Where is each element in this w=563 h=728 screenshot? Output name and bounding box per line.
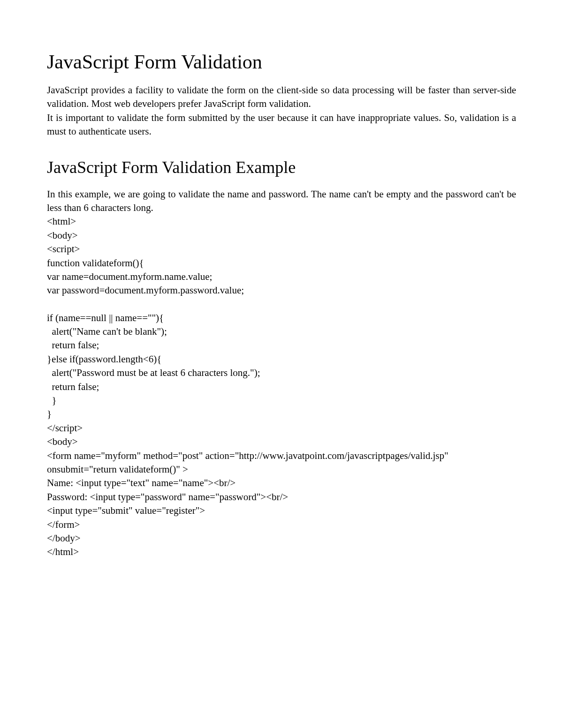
code-line: if (name==null || name==""){ <box>47 311 516 325</box>
code-line: Name: <input type="text" name="name"><br… <box>47 476 516 490</box>
code-line: function validateform(){ <box>47 256 516 270</box>
code-line: <form name="myform" method="post" action… <box>47 449 516 477</box>
code-line: <input type="submit" value="register"> <box>47 504 516 518</box>
code-line: </form> <box>47 518 516 532</box>
intro-paragraph-1: JavaScript provides a facility to valida… <box>47 83 516 111</box>
code-line: <body> <box>47 229 516 242</box>
code-line: }else if(password.length<6){ <box>47 353 516 366</box>
code-line: } <box>47 394 516 407</box>
code-line: </script> <box>47 421 516 435</box>
code-line: alert("Password must be at least 6 chara… <box>47 366 516 380</box>
page-heading-1: JavaScript Form Validation <box>47 51 516 73</box>
code-line: <script> <box>47 242 516 256</box>
code-line: var name=document.myform.name.value; <box>47 270 516 284</box>
code-line: </html> <box>47 545 516 559</box>
code-line: <html> <box>47 215 516 228</box>
code-line: var password=document.myform.password.va… <box>47 284 516 297</box>
code-line: Password: <input type="password" name="p… <box>47 490 516 504</box>
code-line-blank <box>47 298 516 311</box>
code-line: } <box>47 407 516 421</box>
code-line: <body> <box>47 435 516 449</box>
code-line: alert("Name can't be blank"); <box>47 325 516 338</box>
code-block: <html> <body> <script> function validate… <box>47 215 516 559</box>
example-intro: In this example, we are going to validat… <box>47 188 516 215</box>
intro-paragraph-2: It is important to validate the form sub… <box>47 111 516 139</box>
code-line: return false; <box>47 380 516 394</box>
page-heading-2: JavaScript Form Validation Example <box>47 158 516 177</box>
code-line: return false; <box>47 338 516 352</box>
code-line: </body> <box>47 532 516 545</box>
